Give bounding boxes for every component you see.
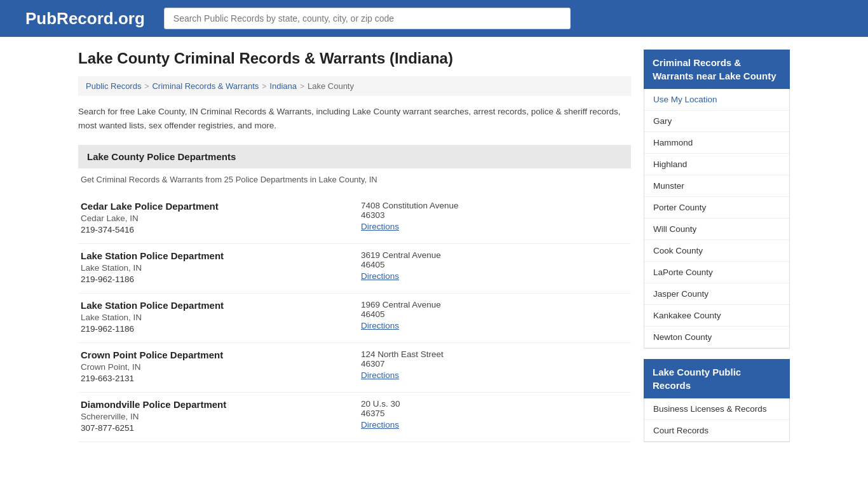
page-title: Lake County Criminal Records & Warrants … bbox=[78, 50, 631, 67]
sidebar-item[interactable]: Gary bbox=[644, 111, 789, 132]
directions-link[interactable]: Directions bbox=[361, 271, 399, 281]
dept-phone: 219-374-5416 bbox=[81, 225, 348, 234]
dept-address: 3619 Central Avenue bbox=[361, 250, 628, 260]
table-row: Lake Station Police Department Lake Stat… bbox=[78, 244, 631, 294]
dept-address: 124 North East Street bbox=[361, 349, 628, 359]
dept-info-left: Lake Station Police Department Lake Stat… bbox=[81, 300, 348, 334]
dept-name: Cedar Lake Police Department bbox=[81, 201, 348, 212]
dept-info-right: 124 North East Street 46307 Directions bbox=[361, 349, 628, 383]
section-header: Lake County Police Departments bbox=[78, 145, 631, 168]
dept-address: 7408 Constitution Avenue bbox=[361, 201, 628, 210]
dept-phone: 219-962-1186 bbox=[81, 274, 348, 284]
breadcrumb-sep-2: > bbox=[262, 82, 266, 91]
dept-directions[interactable]: Directions bbox=[361, 420, 628, 430]
site-logo[interactable]: PubRecord.org bbox=[25, 9, 145, 29]
page-description: Search for free Lake County, IN Criminal… bbox=[78, 105, 631, 132]
sidebar-item[interactable]: Cook County bbox=[644, 240, 789, 262]
header: PubRecord.org bbox=[0, 0, 868, 37]
breadcrumb-sep-1: > bbox=[144, 82, 149, 91]
dept-directions[interactable]: Directions bbox=[361, 222, 628, 231]
dept-city: Schererville, IN bbox=[81, 412, 348, 421]
dept-city: Cedar Lake, IN bbox=[81, 214, 348, 223]
dept-address: 20 U.s. 30 bbox=[361, 399, 628, 409]
table-row: Crown Point Police Department Crown Poin… bbox=[78, 343, 631, 393]
dept-name: Diamondville Police Department bbox=[81, 399, 348, 410]
dept-zip: 46303 bbox=[361, 210, 628, 220]
sidebar-item[interactable]: Porter County bbox=[644, 197, 789, 219]
dept-city: Crown Point, IN bbox=[81, 362, 348, 372]
table-row: Cedar Lake Police Department Cedar Lake,… bbox=[78, 194, 631, 244]
sidebar-public-records-item[interactable]: Business Licenses & Records bbox=[644, 398, 789, 420]
dept-directions[interactable]: Directions bbox=[361, 321, 628, 330]
dept-info-left: Diamondville Police Department Scherervi… bbox=[81, 399, 348, 433]
dept-name: Crown Point Police Department bbox=[81, 349, 348, 360]
dept-directions[interactable]: Directions bbox=[361, 370, 628, 380]
directions-link[interactable]: Directions bbox=[361, 222, 399, 231]
sidebar-item[interactable]: Kankakee County bbox=[644, 305, 789, 327]
sidebar-item[interactable]: Jasper County bbox=[644, 283, 789, 305]
sidebar-public-records-items: Business Licenses & RecordsCourt Records bbox=[644, 398, 789, 442]
sidebar-section-title-2: Lake County Public Records bbox=[644, 359, 790, 398]
dept-phone: 219-962-1186 bbox=[81, 324, 348, 334]
dept-phone: 307-877-6251 bbox=[81, 423, 348, 433]
section-subtitle: Get Criminal Records & Warrants from 25 … bbox=[78, 175, 631, 184]
breadcrumb-indiana[interactable]: Indiana bbox=[269, 81, 297, 91]
dept-info-left: Lake Station Police Department Lake Stat… bbox=[81, 250, 348, 284]
dept-zip: 46307 bbox=[361, 359, 628, 369]
table-row: Diamondville Police Department Scherervi… bbox=[78, 393, 631, 442]
directions-link[interactable]: Directions bbox=[361, 321, 399, 330]
dept-info-left: Cedar Lake Police Department Cedar Lake,… bbox=[81, 201, 348, 234]
breadcrumb-sep-3: > bbox=[300, 82, 304, 91]
dept-info-right: 20 U.s. 30 46375 Directions bbox=[361, 399, 628, 433]
dept-directions[interactable]: Directions bbox=[361, 271, 628, 281]
sidebar-public-records-item[interactable]: Court Records bbox=[644, 420, 789, 442]
sidebar-item[interactable]: Newton County bbox=[644, 327, 789, 348]
sidebar-item[interactable]: LaPorte County bbox=[644, 262, 789, 283]
content-area: Lake County Criminal Records & Warrants … bbox=[78, 50, 631, 442]
table-row: Lake Station Police Department Lake Stat… bbox=[78, 294, 631, 343]
department-list: Cedar Lake Police Department Cedar Lake,… bbox=[78, 194, 631, 442]
sidebar-nearby-list: Use My Location GaryHammondHighlandMunst… bbox=[644, 89, 790, 349]
directions-link[interactable]: Directions bbox=[361, 370, 399, 380]
sidebar-nearby-items: GaryHammondHighlandMunsterPorter CountyW… bbox=[644, 111, 789, 348]
breadcrumb-public-records[interactable]: Public Records bbox=[86, 81, 141, 91]
sidebar-public-records-list: Business Licenses & RecordsCourt Records bbox=[644, 398, 790, 442]
sidebar-item[interactable]: Hammond bbox=[644, 132, 789, 154]
sidebar-item[interactable]: Will County bbox=[644, 219, 789, 240]
dept-name: Lake Station Police Department bbox=[81, 300, 348, 311]
breadcrumb: Public Records > Criminal Records & Warr… bbox=[78, 76, 631, 96]
dept-zip: 46405 bbox=[361, 260, 628, 269]
breadcrumb-criminal-records[interactable]: Criminal Records & Warrants bbox=[152, 81, 259, 91]
dept-zip: 46405 bbox=[361, 309, 628, 319]
search-input[interactable] bbox=[164, 8, 571, 29]
sidebar-item[interactable]: Munster bbox=[644, 175, 789, 197]
sidebar: Criminal Records & Warrants near Lake Co… bbox=[644, 50, 790, 442]
dept-info-left: Crown Point Police Department Crown Poin… bbox=[81, 349, 348, 383]
dept-info-right: 3619 Central Avenue 46405 Directions bbox=[361, 250, 628, 284]
sidebar-item[interactable]: Highland bbox=[644, 154, 789, 175]
sidebar-use-location[interactable]: Use My Location bbox=[644, 89, 789, 111]
sidebar-section-title-1: Criminal Records & Warrants near Lake Co… bbox=[644, 50, 790, 89]
dept-info-right: 7408 Constitution Avenue 46303 Direction… bbox=[361, 201, 628, 234]
directions-link[interactable]: Directions bbox=[361, 420, 399, 430]
breadcrumb-lake-county: Lake County bbox=[308, 81, 354, 91]
dept-info-right: 1969 Central Avenue 46405 Directions bbox=[361, 300, 628, 334]
dept-city: Lake Station, IN bbox=[81, 313, 348, 322]
dept-phone: 219-663-2131 bbox=[81, 374, 348, 383]
dept-address: 1969 Central Avenue bbox=[361, 300, 628, 309]
dept-name: Lake Station Police Department bbox=[81, 250, 348, 261]
dept-city: Lake Station, IN bbox=[81, 263, 348, 273]
dept-zip: 46375 bbox=[361, 409, 628, 418]
main-container: Lake County Criminal Records & Warrants … bbox=[53, 37, 815, 455]
